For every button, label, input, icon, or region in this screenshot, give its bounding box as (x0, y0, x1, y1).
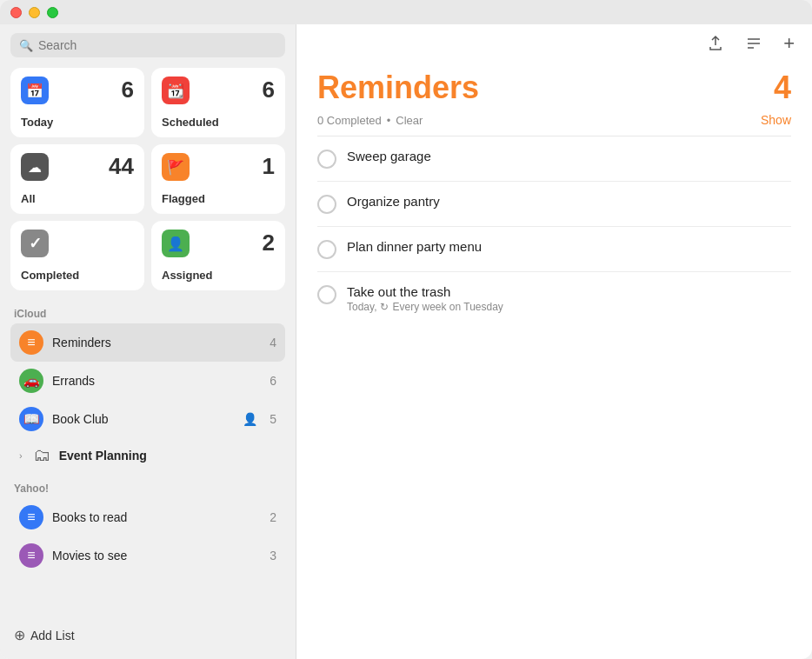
smart-lists-grid: 📅 6 Today 📆 6 Scheduled ☁ (10, 68, 285, 290)
completed-bar: 0 Completed • Clear Show (296, 110, 812, 136)
bookclub-list-count: 5 (270, 412, 276, 426)
add-list-label: Add List (30, 629, 75, 642)
search-input[interactable] (38, 38, 276, 52)
add-reminder-button[interactable]: + (780, 29, 798, 58)
maximize-button[interactable] (47, 7, 58, 18)
bookclub-list-name: Book Club (52, 412, 234, 426)
reminders-list-name: Reminders (52, 336, 261, 349)
reminder-item-sweep-garage[interactable]: Sweep garage (317, 136, 791, 182)
reminder-circle[interactable] (317, 195, 336, 214)
add-list-button[interactable]: ⊕ Add List (10, 620, 285, 650)
show-button[interactable]: Show (761, 113, 791, 127)
reminder-item-plan-dinner[interactable]: Plan dinner party menu (317, 227, 791, 272)
all-count: 44 (109, 153, 134, 180)
moviestosee-list-icon: ≡ (19, 543, 43, 568)
chevron-right-icon: › (19, 450, 23, 461)
reminder-circle[interactable] (317, 240, 336, 259)
sidebar-item-errands[interactable]: 🚗 Errands 6 (10, 362, 285, 400)
completed-text: 0 Completed (317, 114, 382, 127)
completed-label: Completed (21, 269, 134, 282)
reminder-list: Sweep garage Organize pantry Plan dinner… (296, 136, 812, 659)
close-button[interactable] (10, 7, 22, 18)
bookclub-list-icon: 📖 (19, 407, 43, 431)
sidebar-item-bookstoread[interactable]: ≡ Books to read 2 (10, 498, 285, 536)
reminder-name: Sweep garage (347, 149, 431, 163)
search-icon: 🔍 (19, 39, 33, 52)
smart-list-all[interactable]: ☁ 44 All (10, 144, 144, 214)
reminder-name: Take out the trash (347, 284, 503, 299)
smart-list-flagged[interactable]: 🚩 1 Flagged (151, 144, 285, 214)
assigned-label: Assigned (162, 269, 275, 282)
search-bar[interactable]: 🔍 (10, 33, 285, 57)
app-window: 🔍 📅 6 Today 📆 6 (0, 24, 812, 659)
toolbar: + (296, 24, 812, 63)
reminders-list-count: 4 (270, 336, 276, 349)
title-bar (0, 0, 812, 24)
reminder-text-block: Organize pantry (347, 194, 440, 209)
sidebar: 🔍 📅 6 Today 📆 6 (0, 24, 296, 659)
main-count: 4 (774, 70, 791, 106)
yahoo-header: Yahoo! (10, 483, 285, 495)
share-button[interactable] (703, 31, 728, 56)
sidebar-item-bookclub[interactable]: 📖 Book Club 👤 5 (10, 400, 285, 438)
folder-icon: 🗂 (33, 445, 50, 465)
dot-separator: • (387, 114, 391, 127)
smart-list-completed[interactable]: ✓ Completed (10, 221, 144, 290)
errands-list-count: 6 (270, 374, 276, 388)
today-count: 6 (122, 77, 134, 103)
flagged-count: 1 (263, 153, 275, 180)
bookstoread-list-count: 2 (270, 510, 276, 524)
errands-list-name: Errands (52, 374, 261, 388)
sidebar-item-moviestosee[interactable]: ≡ Movies to see 3 (10, 536, 285, 575)
scheduled-count: 6 (263, 77, 275, 103)
icloud-header: iCloud (10, 308, 285, 320)
all-icon: ☁ (21, 153, 49, 181)
reminder-subtitle: Today, ↺ Every week on Tuesday (347, 301, 503, 313)
add-list-icon: ⊕ (14, 627, 25, 643)
moviestosee-list-name: Movies to see (52, 549, 261, 562)
eventplanning-list-name: Event Planning (59, 449, 276, 463)
list-options-button[interactable] (742, 31, 766, 56)
scheduled-label: Scheduled (162, 116, 275, 129)
flagged-label: Flagged (162, 192, 275, 205)
reminder-item-organize-pantry[interactable]: Organize pantry (317, 182, 791, 227)
main-content: + Reminders 4 0 Completed • Clear Show S… (296, 24, 812, 659)
smart-list-scheduled[interactable]: 📆 6 Scheduled (151, 68, 285, 137)
completed-icon: ✓ (21, 230, 49, 257)
today-label: Today (21, 116, 134, 129)
today-icon: 📅 (21, 77, 49, 104)
scheduled-icon: 📆 (162, 77, 190, 104)
reminder-text-block: Plan dinner party menu (347, 239, 482, 254)
minimize-button[interactable] (29, 7, 40, 18)
reminder-text-block: Sweep garage (347, 149, 431, 163)
sidebar-item-reminders[interactable]: ≡ Reminders 4 (10, 323, 285, 362)
errands-list-icon: 🚗 (19, 369, 43, 393)
clear-button[interactable]: Clear (396, 114, 423, 127)
reminder-circle[interactable] (317, 285, 336, 304)
sidebar-item-eventplanning[interactable]: › 🗂 Event Planning (10, 438, 285, 472)
shared-icon: 👤 (243, 412, 257, 426)
flagged-icon: 🚩 (162, 153, 190, 181)
all-label: All (21, 192, 134, 205)
assigned-icon: 👤 (162, 230, 190, 257)
assigned-count: 2 (263, 230, 275, 256)
smart-list-today[interactable]: 📅 6 Today (10, 68, 144, 137)
reminder-circle[interactable] (317, 150, 336, 169)
reminders-list-icon: ≡ (19, 330, 43, 355)
main-title: Reminders (317, 70, 479, 106)
reminder-item-take-out-trash[interactable]: Take out the trash Today, ↺ Every week o… (317, 272, 791, 325)
bookstoread-list-icon: ≡ (19, 505, 43, 529)
moviestosee-list-count: 3 (270, 549, 276, 562)
bookstoread-list-name: Books to read (52, 510, 261, 524)
reminder-name: Plan dinner party menu (347, 239, 482, 254)
reminder-name: Organize pantry (347, 194, 440, 209)
smart-list-assigned[interactable]: 👤 2 Assigned (151, 221, 285, 290)
reminder-text-block: Take out the trash Today, ↺ Every week o… (347, 284, 503, 313)
reminders-header: Reminders 4 (296, 63, 812, 110)
